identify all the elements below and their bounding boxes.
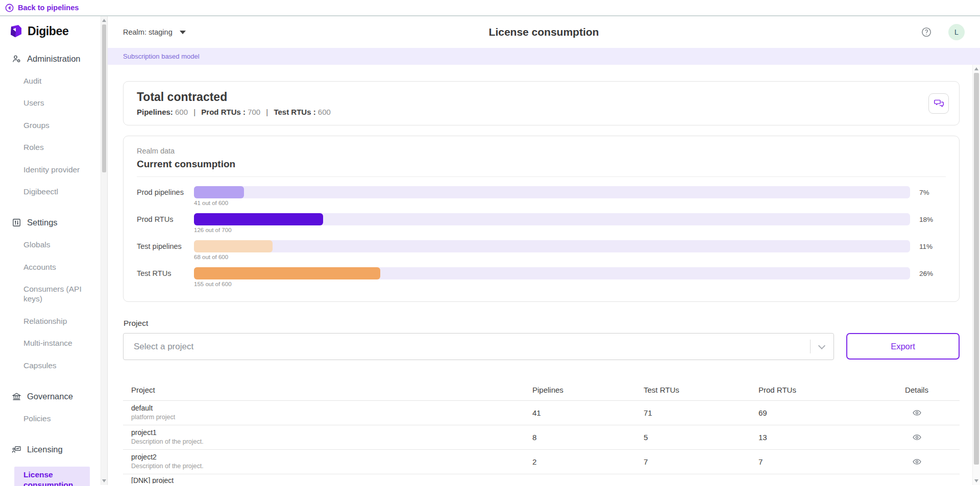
progress-fill [194,240,273,252]
project-description: Description of the project. [131,463,532,471]
prod-rtus-label: Prod RTUs : [201,108,246,116]
project-name: default [131,404,532,413]
sidebar-item-capsules[interactable]: Capsules [0,361,101,370]
total-contracted-summary: Pipelines: 600 | Prod RTUs : 700 | Test … [137,108,946,116]
current-consumption-title: Current consumption [137,159,946,177]
chat-bubbles-icon [934,98,944,109]
sidebar-item-policies[interactable]: Policies [0,414,101,423]
bar-caption: 41 out of 600 [194,200,910,206]
help-icon[interactable] [921,27,932,38]
export-button[interactable]: Export [846,333,960,360]
bar-caption: 126 out of 700 [194,227,910,233]
project-select-placeholder: Select a project [134,342,193,352]
main-area: Realm: staging License consumption L Sub… [108,16,980,485]
sidebar-item-relationship[interactable]: Relationship [0,316,101,326]
project-name: project1 [131,428,532,438]
progress-fill [194,267,380,279]
bar-label: Test pipelines [137,240,194,250]
realm-selector[interactable]: Realm: staging [123,28,186,36]
page-title: License consumption [489,26,599,38]
consumption-bar-prod-pipelines: Prod pipelines 41 out of 600 7% [137,186,946,209]
content: Total contracted Pipelines: 600 | Prod R… [108,65,980,485]
admin-user-icon [12,54,21,64]
details-eye-icon[interactable] [874,408,960,418]
caret-down-icon [180,31,186,34]
digibee-logo-icon [8,23,23,39]
bar-caption: 68 out of 600 [194,254,910,260]
scrollbar-down-arrow[interactable] [974,479,978,482]
sidebar-item-audit[interactable]: Audit [0,76,101,86]
project-filter-label: Project [124,319,960,328]
page-header: Realm: staging License consumption L [108,16,980,48]
sidebar-item-identity-provider[interactable]: Identity provider [0,165,101,174]
scrollbar-down-arrow[interactable] [102,479,106,482]
back-to-pipelines-link[interactable]: Back to pipelines [5,4,79,12]
test-rtus-count: 7 [644,457,758,466]
banner-text: Subscription based model [123,53,200,60]
sidebar-item-accounts[interactable]: Accounts [0,262,101,272]
page-scrollbar[interactable] [972,65,980,485]
test-rtus-value: 600 [318,108,331,116]
scrollbar-thumb[interactable] [102,24,106,172]
top-bar: Back to pipelines [0,0,980,16]
projects-table: Project Pipelines Test RTUs Prod RTUs De… [123,379,960,483]
realm-label: Realm: staging [123,28,173,36]
sidebar-item-users[interactable]: Users [0,98,101,108]
bar-caption: 155 out of 600 [194,281,910,287]
sidebar-section-settings[interactable]: Settings [0,218,101,227]
select-dropdown-area[interactable] [810,334,834,360]
section-label: Settings [27,218,58,227]
details-eye-icon[interactable] [874,432,960,442]
test-rtus-count: 5 [644,433,758,442]
bar-label: Prod RTUs [137,213,194,223]
sidebar-item-consumers-api-keys[interactable]: Consumers (API keys) [0,284,101,304]
sidebar-item-globals[interactable]: Globals [0,240,101,249]
consumption-bars: Prod pipelines 41 out of 600 7% Prod RTU… [137,186,946,290]
table-row: default platform project 41 71 69 [123,401,960,425]
bar-label: Prod pipelines [137,186,194,196]
avatar[interactable]: L [948,24,965,40]
sidebar-item-groups[interactable]: Groups [0,120,101,130]
prod-rtus-count: 7 [758,457,874,466]
sidebar-item-roles[interactable]: Roles [0,142,101,152]
current-consumption-card: Realm data Current consumption Prod pipe… [123,136,960,302]
consumption-bar-test-pipelines: Test pipelines 68 out of 600 11% [137,240,946,263]
consumption-bar-test-rtus: Test RTUs 155 out of 600 26% [137,267,946,290]
section-label: Administration [27,54,81,64]
project-select[interactable]: Select a project [123,333,834,360]
table-row: project2 Description of the project. 2 7… [123,450,960,474]
sidebar-item-digibeectl[interactable]: Digibeectl [0,187,101,196]
pipelines-count: 41 [532,408,644,417]
bar-percent: 26% [910,267,946,277]
bar-percent: 11% [910,240,946,250]
sidebar-section-administration[interactable]: Administration [0,54,101,64]
prod-rtus-count: 69 [758,408,874,417]
consumption-bar-prod-rtus: Prod RTUs 126 out of 700 18% [137,213,946,236]
sidebar-nav: Administration Audit Users Groups Roles … [0,54,101,486]
sidebar: Digibee Administration Audit Users Group… [0,16,101,485]
presentation-icon [12,445,21,454]
sidebar-section-licensing[interactable]: Licensing [0,445,101,454]
sidebar-item-multi-instance[interactable]: Multi-instance [0,338,101,348]
sidebar-scrollbar[interactable] [101,16,108,485]
digibee-logo[interactable]: Digibee [0,23,101,39]
column-header-details: Details [874,386,960,394]
table-row: [DNK] project [123,474,960,483]
project-name: project2 [131,453,532,462]
project-description: Description of the project. [131,438,532,446]
pipelines-label: Pipelines: [137,108,173,116]
back-link-label: Back to pipelines [18,4,79,12]
details-eye-icon[interactable] [874,457,960,467]
section-label: Governance [27,392,73,401]
progress-track [194,213,910,225]
sidebar-item-license-consumption[interactable]: License consumption [14,467,90,486]
scrollbar-thumb[interactable] [974,73,979,465]
scrollbar-up-arrow[interactable] [102,19,106,22]
column-header-prod-rtus: Prod RTUs [758,386,874,394]
feedback-chat-button[interactable] [928,93,949,114]
column-header-project: Project [131,386,532,394]
scrollbar-up-arrow[interactable] [974,67,978,70]
progress-track [194,240,910,252]
prod-rtus-value: 700 [248,108,260,116]
sidebar-section-governance[interactable]: Governance [0,392,101,401]
